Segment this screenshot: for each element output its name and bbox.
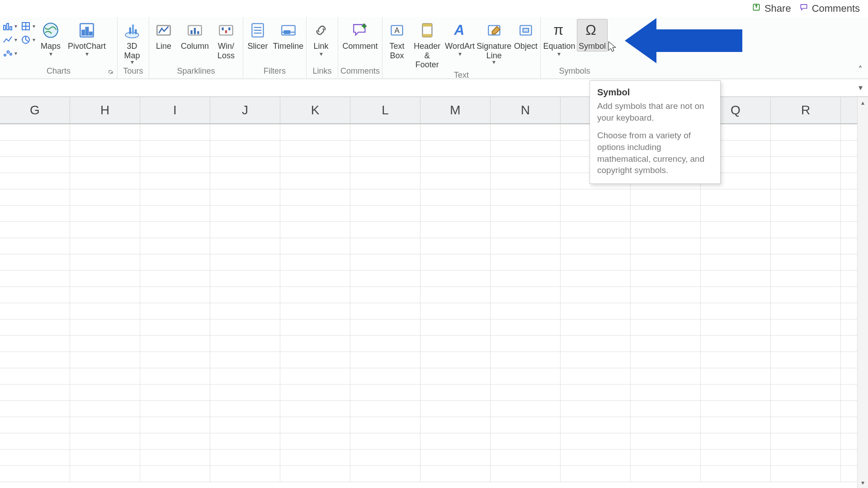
cell[interactable] — [210, 401, 280, 417]
link-button[interactable]: Link ▾ — [307, 19, 335, 57]
cell[interactable] — [561, 254, 631, 270]
cell[interactable] — [701, 206, 771, 221]
cell[interactable] — [561, 287, 631, 303]
table-row[interactable] — [0, 173, 857, 189]
cell[interactable] — [701, 433, 771, 449]
cell[interactable] — [420, 206, 491, 221]
cell[interactable] — [491, 287, 561, 303]
cell[interactable] — [771, 336, 841, 352]
cell[interactable] — [0, 157, 70, 173]
table-row[interactable] — [0, 336, 857, 352]
cell[interactable] — [280, 238, 350, 254]
cell[interactable] — [280, 173, 350, 189]
cell[interactable] — [0, 254, 70, 270]
cell[interactable] — [70, 189, 140, 205]
cell[interactable] — [70, 206, 140, 221]
equation-button[interactable]: π Equation ▾ — [542, 19, 577, 57]
cell[interactable] — [491, 401, 561, 417]
cell[interactable] — [420, 173, 491, 189]
comments-button[interactable]: Comments — [799, 3, 860, 14]
cell[interactable] — [280, 417, 350, 433]
cell[interactable] — [140, 401, 210, 417]
symbol-button[interactable]: Ω Symbol — [577, 19, 608, 52]
cell[interactable] — [140, 189, 210, 205]
cell[interactable] — [350, 141, 420, 156]
cell[interactable] — [0, 287, 70, 303]
cell[interactable] — [140, 254, 210, 270]
cell[interactable] — [631, 433, 701, 449]
cell[interactable] — [631, 417, 701, 433]
cell[interactable] — [561, 303, 631, 319]
cell[interactable] — [140, 352, 210, 368]
cell[interactable] — [491, 206, 561, 221]
cell[interactable] — [0, 222, 70, 238]
cell[interactable] — [70, 287, 140, 303]
cell[interactable] — [491, 450, 561, 465]
cell[interactable] — [210, 433, 280, 449]
cell[interactable] — [420, 157, 491, 173]
cell[interactable] — [771, 385, 841, 400]
cell[interactable] — [70, 450, 140, 465]
column-header[interactable]: N — [491, 97, 561, 123]
cell[interactable] — [70, 238, 140, 254]
cell[interactable] — [350, 222, 420, 238]
column-headers[interactable]: GHIJKLMNQR — [0, 97, 857, 124]
cell[interactable] — [561, 352, 631, 368]
cell[interactable] — [420, 433, 491, 449]
table-row[interactable] — [0, 352, 857, 368]
cell[interactable] — [140, 141, 210, 156]
cell[interactable] — [350, 385, 420, 400]
cell[interactable] — [350, 401, 420, 417]
cell[interactable] — [280, 222, 350, 238]
table-row[interactable] — [0, 271, 857, 287]
cell[interactable] — [350, 157, 420, 173]
cell[interactable] — [210, 303, 280, 319]
cell[interactable] — [420, 141, 491, 156]
cell[interactable] — [561, 319, 631, 335]
cell[interactable] — [350, 433, 420, 449]
cell[interactable] — [561, 401, 631, 417]
cell[interactable] — [561, 433, 631, 449]
cell[interactable] — [280, 254, 350, 270]
cell[interactable] — [280, 352, 350, 368]
cell[interactable] — [561, 450, 631, 465]
cell[interactable] — [0, 173, 70, 189]
cell[interactable] — [771, 206, 841, 221]
maps-button[interactable]: Maps ▾ — [37, 19, 64, 57]
cell[interactable] — [210, 385, 280, 400]
slicer-button[interactable]: Slicer — [244, 19, 271, 51]
header-footer-button[interactable]: Header & Footer — [410, 19, 444, 70]
cell[interactable] — [420, 450, 491, 465]
cell[interactable] — [140, 287, 210, 303]
cell[interactable] — [140, 303, 210, 319]
cell[interactable] — [631, 271, 701, 286]
cell[interactable] — [771, 417, 841, 433]
cell[interactable] — [350, 238, 420, 254]
cell[interactable] — [210, 319, 280, 335]
cell[interactable] — [631, 206, 701, 221]
cell[interactable] — [210, 336, 280, 352]
cell[interactable] — [280, 385, 350, 400]
dialog-launcher-icon[interactable] — [108, 70, 114, 76]
cell[interactable] — [771, 352, 841, 368]
scroll-up-icon[interactable]: ▴ — [858, 97, 868, 108]
cell[interactable] — [420, 238, 491, 254]
cell[interactable] — [561, 271, 631, 286]
cell[interactable] — [491, 417, 561, 433]
cell[interactable] — [701, 385, 771, 400]
cell[interactable] — [491, 385, 561, 400]
spreadsheet-grid[interactable]: GHIJKLMNQR — [0, 97, 857, 488]
column-header[interactable]: G — [0, 97, 70, 123]
cell[interactable] — [771, 173, 841, 189]
cell[interactable] — [70, 124, 140, 140]
cell[interactable] — [701, 450, 771, 465]
cell[interactable] — [140, 124, 210, 140]
cell[interactable] — [771, 466, 841, 482]
cell[interactable] — [210, 189, 280, 205]
cell[interactable] — [561, 385, 631, 400]
cell[interactable] — [0, 385, 70, 400]
cell[interactable] — [350, 450, 420, 465]
cell[interactable] — [70, 157, 140, 173]
cell[interactable] — [701, 238, 771, 254]
cell[interactable] — [350, 189, 420, 205]
